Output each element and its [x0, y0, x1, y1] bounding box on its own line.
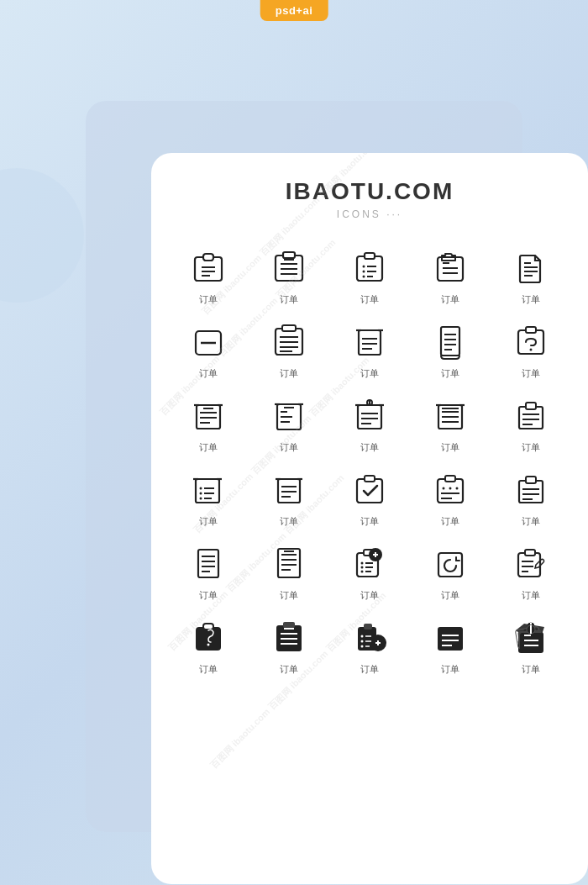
- svg-point-103: [449, 487, 452, 489]
- icon-label-26: 订单: [199, 663, 218, 676]
- icon-item-2[interactable]: 订单: [249, 237, 329, 311]
- svg-point-152: [361, 635, 364, 637]
- icon-label-17: 订单: [280, 515, 298, 528]
- icon-item-20[interactable]: 订单: [491, 459, 571, 533]
- icon-item-11[interactable]: 订单: [168, 385, 249, 459]
- icon-item-28[interactable]: 订单: [329, 607, 410, 681]
- main-card: IBAOTU.COM ICONS ··· 百图网 ibaotu.com 百图网 …: [151, 153, 588, 884]
- icon-label-15: 订单: [522, 441, 540, 454]
- icon-label-5: 订单: [522, 293, 540, 306]
- svg-rect-101: [445, 476, 455, 482]
- icon-label-3: 订单: [360, 293, 379, 306]
- icon-label-29: 订单: [441, 663, 459, 676]
- icon-item-18[interactable]: 订单: [329, 459, 410, 533]
- icon-label-24: 订单: [441, 589, 459, 602]
- svg-rect-30: [282, 325, 296, 331]
- svg-point-87: [200, 492, 202, 494]
- icon-label-2: 订单: [280, 293, 298, 306]
- icon-label-20: 订单: [522, 515, 540, 528]
- svg-point-128: [361, 561, 364, 564]
- icon-item-26[interactable]: 订单: [168, 607, 249, 681]
- svg-rect-63: [358, 405, 381, 429]
- icon-label-12: 订单: [280, 441, 298, 454]
- svg-rect-134: [438, 553, 462, 577]
- icon-label-7: 订单: [280, 367, 298, 380]
- svg-rect-144: [283, 622, 295, 628]
- icon-label-25: 订单: [522, 589, 540, 602]
- svg-point-142: [207, 643, 210, 645]
- bg-decoration-left: [0, 168, 84, 303]
- svg-rect-47: [526, 327, 536, 333]
- icon-item-10[interactable]: 订单: [491, 311, 571, 385]
- icon-item-12[interactable]: 订单: [249, 385, 329, 459]
- icon-label-6: 订单: [199, 367, 218, 380]
- svg-rect-6: [283, 252, 295, 258]
- icon-item-23[interactable]: 订单: [329, 533, 410, 607]
- icon-label-19: 订单: [441, 515, 459, 528]
- svg-rect-108: [526, 477, 536, 483]
- icon-label-9: 订单: [441, 367, 459, 380]
- icons-grid: 订单 订单 订单: [168, 237, 571, 681]
- icon-label-11: 订单: [199, 441, 218, 454]
- icon-item-1[interactable]: 订单: [168, 237, 249, 311]
- svg-rect-112: [198, 550, 218, 577]
- card-subtitle: ICONS ···: [337, 208, 402, 220]
- icon-item-4[interactable]: 订单: [410, 237, 491, 311]
- svg-point-129: [361, 566, 364, 568]
- icon-item-15[interactable]: 订单: [491, 385, 571, 459]
- svg-point-102: [443, 487, 445, 489]
- svg-rect-141: [203, 624, 213, 630]
- icon-label-10: 订单: [522, 367, 540, 380]
- icon-label-22: 订单: [280, 589, 298, 602]
- svg-rect-135: [518, 553, 540, 577]
- icon-item-30[interactable]: 订单: [491, 607, 571, 681]
- icon-label-8: 订单: [360, 367, 379, 380]
- svg-point-86: [200, 487, 202, 489]
- icon-label-28: 订单: [360, 663, 379, 676]
- icon-item-25[interactable]: 订单: [491, 533, 571, 607]
- icon-item-29[interactable]: 订单: [410, 607, 491, 681]
- svg-rect-79: [526, 403, 536, 409]
- svg-rect-150: [364, 624, 372, 630]
- icon-label-23: 订单: [360, 589, 379, 602]
- svg-rect-117: [278, 549, 300, 577]
- svg-rect-35: [359, 330, 381, 355]
- svg-rect-171: [520, 633, 543, 651]
- icon-item-9[interactable]: 订单: [410, 311, 491, 385]
- icon-item-19[interactable]: 订单: [410, 459, 491, 533]
- svg-point-48: [530, 348, 533, 350]
- icon-item-27[interactable]: 订单: [249, 607, 329, 681]
- icon-label-1: 订单: [199, 293, 218, 306]
- icon-label-27: 订单: [280, 663, 298, 676]
- icon-item-5[interactable]: 订单: [491, 237, 571, 311]
- card-title: IBAOTU.COM: [286, 178, 454, 205]
- svg-rect-136: [525, 550, 535, 556]
- svg-point-130: [361, 570, 364, 572]
- svg-rect-98: [357, 479, 382, 503]
- icon-item-3[interactable]: 订单: [329, 237, 410, 311]
- svg-point-13: [363, 265, 365, 267]
- icon-item-16[interactable]: 订单: [168, 459, 249, 533]
- svg-rect-41: [441, 327, 459, 356]
- svg-point-104: [456, 487, 459, 489]
- icon-item-7[interactable]: 订单: [249, 311, 329, 385]
- icon-label-30: 订单: [522, 663, 540, 676]
- icon-item-22[interactable]: 订单: [249, 533, 329, 607]
- icon-item-14[interactable]: 订单: [410, 385, 491, 459]
- icon-label-4: 订单: [441, 293, 459, 306]
- svg-rect-160: [438, 627, 463, 651]
- svg-point-153: [361, 640, 364, 642]
- icon-item-13[interactable]: 订单: [329, 385, 410, 459]
- icon-label-13: 订单: [360, 441, 379, 454]
- icon-item-24[interactable]: 订单: [410, 533, 491, 607]
- svg-rect-12: [365, 253, 375, 259]
- icon-item-8[interactable]: 订单: [329, 311, 410, 385]
- svg-point-154: [361, 645, 364, 647]
- icon-item-21[interactable]: 订单: [168, 533, 249, 607]
- icon-label-16: 订单: [199, 515, 218, 528]
- icon-item-17[interactable]: 订单: [249, 459, 329, 533]
- icon-label-21: 订单: [199, 589, 218, 602]
- svg-rect-1: [203, 254, 213, 261]
- icon-label-14: 订单: [441, 441, 459, 454]
- icon-item-6[interactable]: 订单: [168, 311, 249, 385]
